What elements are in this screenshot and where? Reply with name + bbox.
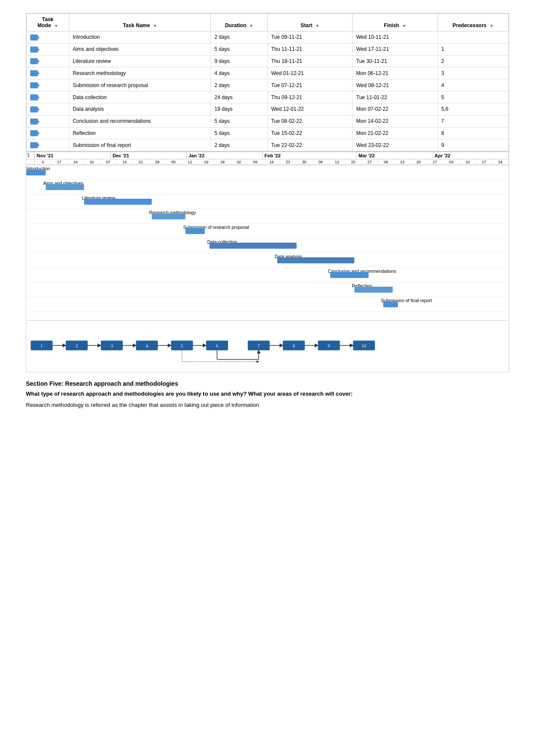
gantt-bar <box>26 169 46 175</box>
tl-day: 21 <box>133 159 149 165</box>
cell-mode <box>27 79 69 91</box>
table-row: Submission of research proposal 2 days T… <box>27 79 509 91</box>
tl-day: 24 <box>68 159 84 165</box>
tl-day: 24 <box>492 159 509 165</box>
tl-day: 03 <box>443 159 460 165</box>
tl-day: 30 <box>296 159 313 165</box>
cell-pred: 8 <box>438 127 508 139</box>
table-row: Conclusion and recommendations 5 days Tu… <box>27 115 509 127</box>
tl-day: 28 <box>149 159 166 165</box>
sort-dur-icon[interactable]: ▼ <box>250 24 253 28</box>
gantt-row: Introduction <box>26 165 509 180</box>
cell-pred <box>438 31 508 44</box>
svg-text:5: 5 <box>181 343 183 348</box>
cell-pred: 7 <box>438 115 508 127</box>
th-finish: Finish ▼ <box>353 14 438 31</box>
tl-day: 17 <box>51 159 68 165</box>
sort-mode-icon[interactable]: ▼ <box>54 24 58 28</box>
tl-day: 20 <box>410 159 427 165</box>
cell-mode <box>27 67 69 79</box>
cell-mode <box>27 31 69 44</box>
cell-start: Thu 09-12-21 <box>267 91 352 103</box>
cell-name: Conclusion and recommendations <box>69 115 211 127</box>
th-name: Task Name ▼ <box>69 14 211 31</box>
svg-text:8: 8 <box>293 343 295 348</box>
gantt-row: Submission of final report <box>26 297 509 312</box>
gantt-row: Research methodology <box>26 209 509 224</box>
cell-mode <box>27 103 69 115</box>
tl-day: 27 <box>362 159 378 165</box>
cell-name: Reflection <box>69 127 211 139</box>
gantt-table: Task Mode ▼ Task Name ▼ Duration ▼ Start… <box>26 13 509 151</box>
gantt-row: Aims and objectives <box>26 180 509 194</box>
dep-svg: 1 2 3 4 5 6 <box>26 321 509 372</box>
table-row: Research methodology 4 days Wed 01-12-21… <box>27 67 509 79</box>
chart-block: 1 Nov '21Dec '21Jan '22Feb '22Mar '22Apr… <box>26 152 509 372</box>
gantt-bar <box>210 243 296 249</box>
cell-name: Data collection <box>69 91 211 103</box>
cell-name: Data analysis <box>69 103 211 115</box>
cell-mode <box>27 55 69 67</box>
tl-day: 23 <box>280 159 296 165</box>
svg-text:4: 4 <box>146 343 148 348</box>
cell-pred: 9 <box>438 139 508 151</box>
tl-month: Apr '22 <box>433 152 509 159</box>
tl-day: 06 <box>378 159 394 165</box>
sort-start-icon[interactable]: ▼ <box>316 24 319 28</box>
cell-pred: 3 <box>438 67 508 79</box>
cell-mode <box>27 139 69 151</box>
tl-day: 14 <box>116 159 133 165</box>
sort-name-icon[interactable]: ▼ <box>153 24 157 28</box>
gantt-bar <box>383 301 398 307</box>
tl-row1-label: 1 <box>26 152 35 159</box>
cell-pred: 1 <box>438 43 508 55</box>
cell-mode <box>27 127 69 139</box>
cell-start: Tue 15-02-22 <box>267 127 352 139</box>
tl-month: Jan '22 <box>187 152 263 159</box>
tl-day: 10 <box>460 159 476 165</box>
cell-mode <box>27 115 69 127</box>
cell-pred: 5,6 <box>438 103 508 115</box>
cell-start: Wed 01-12-21 <box>267 67 352 79</box>
table-row: Reflection 5 days Tue 15-02-22 Mon 21-02… <box>27 127 509 139</box>
cell-start: Tue 22-02-22 <box>267 139 352 151</box>
cell-pred: 5 <box>438 91 508 103</box>
cell-finish: Mon 06-12-21 <box>353 67 438 79</box>
gantt-bar <box>185 228 205 234</box>
table-row: Literature review 9 days Thu 18-11-21 Tu… <box>27 55 509 67</box>
cell-pred: 4 <box>438 79 508 91</box>
svg-text:6: 6 <box>216 343 219 348</box>
th-pred: Predecessors ▼ <box>438 14 508 31</box>
cell-finish: Wed 23-02-22 <box>353 139 438 151</box>
tl-month: Feb '22 <box>263 152 357 159</box>
tl-day: 09 <box>247 159 264 165</box>
cell-duration: 24 days <box>211 91 268 103</box>
tl-month: Nov '21 <box>35 152 111 159</box>
section-title: Section Five: Research approach and meth… <box>26 380 509 387</box>
tl-month: Dec '21 <box>111 152 187 159</box>
svg-text:9: 9 <box>328 343 330 348</box>
cell-name: Introduction <box>69 31 211 44</box>
gantt-row: Data analysis <box>26 253 509 268</box>
section-question: What type of research approach and metho… <box>26 390 509 398</box>
cell-duration: 2 days <box>211 79 268 91</box>
cell-name: Aims and objectives <box>69 43 211 55</box>
gantt-bar <box>277 257 354 263</box>
cell-finish: Mon 07-02-22 <box>353 103 438 115</box>
tl-month: Mar '22 <box>357 152 433 159</box>
cell-name: Research methodology <box>69 67 211 79</box>
cell-start: Tue 07-12-21 <box>267 79 352 91</box>
sort-fin-icon[interactable]: ▼ <box>402 24 406 28</box>
gantt-bar <box>354 287 393 293</box>
section-body: Research methodology is referred as the … <box>26 401 509 409</box>
table-row: Data analysis 19 days Wed 12-01-22 Mon 0… <box>27 103 509 115</box>
sort-pred-icon[interactable]: ▼ <box>490 24 494 28</box>
tl-day: 05 <box>166 159 182 165</box>
gantt-table-wrapper: Task Mode ▼ Task Name ▼ Duration ▼ Start… <box>26 13 509 152</box>
svg-text:10: 10 <box>362 343 367 348</box>
cell-duration: 5 days <box>211 43 268 55</box>
cell-start: Tue 09-11-21 <box>267 31 352 44</box>
gantt-row: Submission of research proposal <box>26 224 509 238</box>
gantt-row: Reflection <box>26 282 509 297</box>
svg-text:1: 1 <box>41 343 43 348</box>
